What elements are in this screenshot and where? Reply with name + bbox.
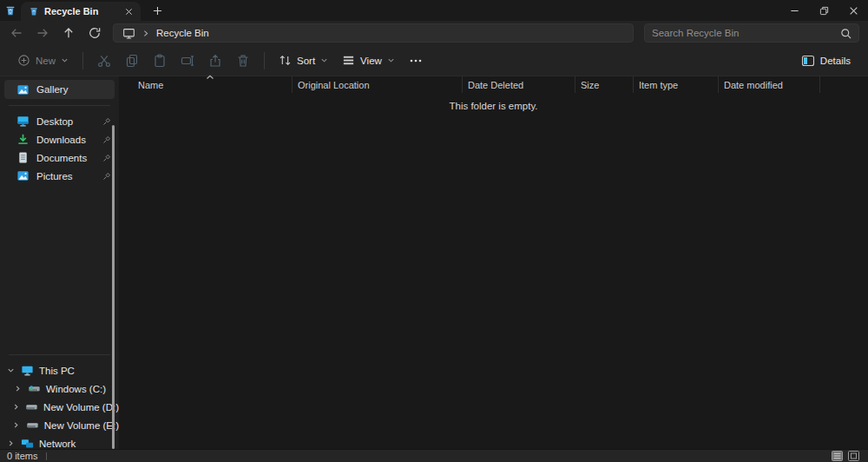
new-button[interactable]: New bbox=[10, 49, 76, 73]
search-icon[interactable] bbox=[840, 28, 852, 39]
view-label: View bbox=[360, 56, 382, 66]
forward-button[interactable] bbox=[30, 23, 56, 43]
chevron-right-icon[interactable] bbox=[5, 439, 16, 447]
tab-close-icon[interactable] bbox=[122, 4, 135, 18]
sidebar-item-downloads[interactable]: Downloads bbox=[0, 130, 119, 148]
sidebar-item-pictures[interactable]: Pictures bbox=[0, 167, 119, 185]
chevron-right-icon[interactable] bbox=[12, 403, 20, 411]
tab-recycle-bin[interactable]: Recycle Bin bbox=[21, 2, 141, 21]
pin-icon bbox=[102, 116, 112, 126]
sidebar-divider bbox=[9, 105, 110, 106]
address-bar[interactable]: Recycle Bin bbox=[113, 23, 634, 43]
sidebar-scrollbar[interactable] bbox=[112, 125, 115, 449]
refresh-button[interactable] bbox=[82, 23, 108, 43]
sidebar-item-desktop[interactable]: Desktop bbox=[0, 112, 119, 130]
recycle-bin-window-icon bbox=[0, 0, 21, 21]
gallery-icon bbox=[16, 83, 30, 96]
more-options-button[interactable] bbox=[402, 49, 430, 73]
downloads-icon bbox=[16, 133, 30, 146]
sidebar-item-label: Network bbox=[39, 439, 76, 449]
sidebar-item-gallery[interactable]: Gallery bbox=[4, 80, 115, 99]
sidebar-item-label: Pictures bbox=[36, 171, 95, 182]
sidebar-item-new-volume-d[interactable]: New Volume (D:) bbox=[0, 398, 119, 416]
sidebar-item-windows-c[interactable]: Windows (C:) bbox=[0, 380, 119, 398]
chevron-down-icon bbox=[61, 56, 69, 64]
chevron-down-icon bbox=[387, 56, 395, 64]
column-header-size[interactable]: Size bbox=[575, 76, 634, 93]
navigation-pane: Gallery Desktop Downloads bbox=[0, 76, 119, 449]
column-label: Name bbox=[138, 80, 163, 90]
navigation-bar: Recycle Bin bbox=[0, 21, 868, 45]
pictures-icon bbox=[16, 169, 30, 182]
chevron-right-icon[interactable] bbox=[12, 385, 23, 393]
titlebar-drag-area bbox=[168, 0, 779, 21]
toolbar-divider bbox=[264, 52, 265, 69]
drive-icon bbox=[26, 419, 39, 432]
cut-button[interactable] bbox=[90, 49, 118, 73]
view-button[interactable]: View bbox=[335, 49, 402, 73]
sidebar-item-label: This PC bbox=[39, 366, 75, 376]
toolbar-divider bbox=[82, 52, 83, 69]
sidebar-item-label: Documents bbox=[36, 153, 95, 163]
file-explorer-window: Recycle Bin bbox=[0, 0, 868, 462]
view-list-icon bbox=[342, 54, 355, 67]
file-list-area: Name Original Location Date Deleted Size… bbox=[119, 76, 868, 449]
sort-button[interactable]: Sort bbox=[272, 49, 335, 73]
column-header-name[interactable]: Name bbox=[119, 76, 293, 93]
sidebar-item-label: Windows (C:) bbox=[46, 384, 106, 394]
sidebar-item-documents[interactable]: Documents bbox=[0, 148, 119, 167]
large-icons-view-toggle-icon[interactable] bbox=[848, 451, 859, 461]
command-toolbar: New Sort bbox=[0, 45, 868, 76]
back-button[interactable] bbox=[3, 23, 30, 43]
column-header-date-modified[interactable]: Date modified bbox=[719, 76, 820, 93]
minimize-button[interactable] bbox=[779, 0, 809, 21]
column-header-filler bbox=[820, 76, 868, 93]
new-tab-button[interactable] bbox=[146, 0, 168, 21]
column-header-item-type[interactable]: Item type bbox=[634, 76, 719, 93]
column-label: Size bbox=[581, 80, 599, 90]
pin-icon bbox=[102, 153, 112, 162]
sidebar-divider bbox=[9, 354, 110, 355]
location-monitor-icon bbox=[122, 27, 135, 40]
paste-button[interactable] bbox=[146, 49, 174, 73]
chevron-down-icon[interactable] bbox=[5, 366, 16, 374]
pin-icon bbox=[102, 135, 112, 144]
title-bar: Recycle Bin bbox=[0, 0, 868, 21]
sidebar-item-label: New Volume (D:) bbox=[43, 402, 119, 412]
sidebar-item-label: New Volume (E:) bbox=[44, 420, 119, 431]
chevron-down-icon bbox=[320, 56, 328, 64]
sidebar-item-this-pc[interactable]: This PC bbox=[0, 361, 119, 380]
empty-folder-message: This folder is empty. bbox=[119, 101, 868, 111]
details-pane-button[interactable]: Details bbox=[794, 49, 858, 73]
sidebar-item-network[interactable]: Network bbox=[0, 434, 119, 449]
details-view-toggle-icon[interactable] bbox=[832, 451, 843, 461]
column-headers: Name Original Location Date Deleted Size… bbox=[119, 76, 868, 93]
status-bar: 0 items bbox=[0, 449, 868, 462]
column-label: Original Location bbox=[298, 80, 370, 90]
window-controls bbox=[779, 0, 868, 21]
sidebar-item-label: Desktop bbox=[36, 116, 95, 127]
share-button[interactable] bbox=[201, 49, 229, 73]
copy-button[interactable] bbox=[118, 49, 146, 73]
restore-button[interactable] bbox=[809, 0, 838, 21]
status-divider bbox=[46, 452, 47, 460]
drive-icon bbox=[25, 400, 38, 413]
column-header-original-location[interactable]: Original Location bbox=[293, 76, 463, 93]
rename-button[interactable] bbox=[174, 49, 201, 73]
new-label: New bbox=[36, 56, 56, 66]
delete-button[interactable] bbox=[229, 49, 257, 73]
search-input[interactable] bbox=[652, 28, 840, 38]
documents-icon bbox=[16, 151, 30, 164]
chevron-right-icon[interactable] bbox=[12, 421, 21, 429]
column-header-date-deleted[interactable]: Date Deleted bbox=[463, 76, 575, 93]
breadcrumb[interactable]: Recycle Bin bbox=[156, 28, 209, 38]
column-label: Date Deleted bbox=[468, 80, 523, 90]
close-button[interactable] bbox=[838, 0, 868, 21]
new-plus-icon bbox=[17, 54, 30, 67]
up-button[interactable] bbox=[56, 23, 82, 43]
sidebar-item-new-volume-e[interactable]: New Volume (E:) bbox=[0, 416, 119, 434]
this-pc-icon bbox=[21, 364, 34, 377]
breadcrumb-chevron-icon bbox=[142, 30, 149, 37]
sort-label: Sort bbox=[297, 56, 315, 66]
column-label: Date modified bbox=[724, 80, 783, 90]
